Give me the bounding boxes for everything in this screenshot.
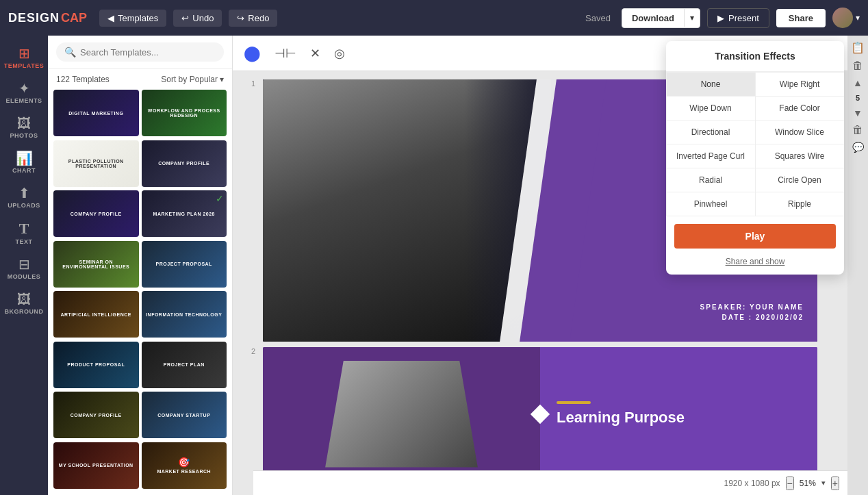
slide-2-wrapper: 2 Learning Purpose [263,347,817,481]
transition-play-button[interactable]: Play [674,224,836,249]
download-button[interactable]: Download ▾ [622,8,700,28]
transition-option-ripple[interactable]: Ripple [755,192,845,216]
transition-pinwheel-label: Pinwheel [694,199,728,209]
transition-option-window-slice[interactable]: Window Slice [755,120,845,144]
sidebar-item-elements[interactable]: ✦ ELEMENTS [3,76,44,110]
transition-option-inverted-page-curl[interactable]: Inverted Page Curl [666,144,756,168]
template-thumb-14[interactable]: Company Startup [142,392,227,438]
slide1-speaker-value: YOUR NAME [750,303,804,311]
logo-design-text: DESIGN [8,11,60,25]
template-thumb-5[interactable]: Company Profile [53,190,139,237]
slide1-speaker-label: SPEAKER: [700,303,747,311]
chat-icon[interactable]: 💬 [852,142,864,153]
sidebar-bkground-label: BKGROUND [5,308,44,315]
share-button[interactable]: Share [776,9,826,27]
template-label-6: Marketing Plan 2028 [153,212,215,216]
share-label: Share [789,13,813,23]
sidebar-item-modules[interactable]: ⊟ MODULES [3,252,44,285]
template-label-3: Plastic Pollution Presentation [56,159,136,168]
template-thumb-12[interactable]: Project Plan [142,342,227,388]
transition-option-circle-open[interactable]: Circle Open [755,168,845,192]
sort-label: Sort by Popular [161,75,218,84]
transition-play-label: Play [745,231,765,242]
templates-count: 122 Templates [56,75,110,84]
slide2-title: Learning Purpose [557,409,801,426]
transition-option-wipe-down[interactable]: Wipe Down [666,96,756,120]
download-chevron-icon[interactable]: ▾ [684,9,700,27]
template-thumb-1[interactable]: Digital Marketing [53,90,139,136]
template-label-15: My School Presentation [59,463,133,468]
template-thumb-15[interactable]: My School Presentation [53,442,139,489]
sidebar-item-chart[interactable]: 📊 CHART [3,146,44,179]
copy-page-icon[interactable]: 📋 [851,41,865,54]
present-button[interactable]: ▶ Present [707,8,769,28]
settings-icon[interactable]: ◎ [331,43,348,64]
transition-icon[interactable]: ⊣⊢ [272,43,299,64]
template-label-2: Workflow And Process Redesign [144,108,225,118]
delete-page-icon[interactable]: 🗑 [852,124,863,136]
template-thumb-10[interactable]: Information Technology [142,291,227,338]
transition-wipe-right-label: Wipe Right [780,79,820,89]
transition-option-pinwheel[interactable]: Pinwheel [666,192,756,216]
transition-option-radial[interactable]: Radial [666,168,756,192]
user-menu-chevron-icon: ▾ [856,13,860,23]
slide1-date-label: DATE : [722,314,753,321]
slide2-accent-bar [557,401,591,404]
transition-option-directional[interactable]: Directional [666,120,756,144]
template-label-10: Information Technology [146,312,222,317]
template-thumb-3[interactable]: Plastic Pollution Presentation [53,140,139,187]
transition-share-link[interactable]: Share and show [666,257,844,266]
template-thumb-7[interactable]: Seminar On Environmental Issues [53,241,139,288]
zoom-out-button[interactable]: − [786,477,794,490]
sidebar-item-templates[interactable]: ⊞ TEMPLATES [3,41,44,75]
template-thumb-6[interactable]: Marketing Plan 2028 ✓ [142,190,227,237]
sidebar-uploads-label: UPLOADS [8,202,40,209]
template-thumb-9[interactable]: Artificial Intelligence [53,291,139,338]
sidebar-item-uploads[interactable]: ⬆ UPLOADS [3,181,44,214]
delete-icon[interactable]: 🗑 [852,60,863,72]
template-thumb-16[interactable]: 🎯 Market Research [142,442,227,489]
zoom-chevron-icon: ▾ [821,479,826,487]
move-down-icon[interactable]: ▼ [853,107,863,118]
template-thumb-8[interactable]: Project Proposal [142,241,227,288]
bottom-bar: 1920 x 1080 px − 51% ▾ + [253,470,847,495]
template-thumb-4[interactable]: Company Profile [142,140,227,187]
template-thumb-13[interactable]: Company Profile [53,392,139,438]
undo-button[interactable]: ↩ Undo [173,10,222,27]
template-thumb-11[interactable]: Product Proposal [53,342,139,388]
redo-button[interactable]: ↪ Redo [229,10,277,27]
template-label-14: Company Startup [157,413,210,418]
transition-share-label: Share and show [726,257,785,266]
undo-icon: ↩ [181,13,189,23]
sidebar-item-text[interactable]: T TEXT [3,216,44,251]
color-circle-icon[interactable]: ⬤ [241,42,264,65]
sidebar-item-photos[interactable]: 🖼 PHOTOS [3,111,44,144]
search-input[interactable] [80,47,216,58]
user-avatar-button[interactable]: ▾ [832,8,860,28]
transition-panel: Transition Effects None Wipe Right Wipe … [666,41,844,275]
template-label-8: Project Proposal [156,262,212,266]
transition-option-wipe-right[interactable]: Wipe Right [755,72,845,97]
template-thumb-2[interactable]: Workflow And Process Redesign [142,90,227,136]
zoom-in-button[interactable]: + [831,477,839,490]
slide1-date-line: DATE : 2020/02/02 [700,314,804,321]
sidebar-text-label: TEXT [15,238,32,245]
sidebar-modules-label: MODULES [8,273,41,280]
animation-icon[interactable]: ✕ [307,43,323,64]
transition-option-fade-color[interactable]: Fade Color [755,96,845,120]
sidebar-item-bkground[interactable]: 🖼 BKGROUND [3,287,44,320]
transition-option-none[interactable]: None [666,72,756,97]
templates-back-button[interactable]: ◀ Templates [99,10,166,27]
transition-ripple-label: Ripple [788,199,811,209]
slide-number-2: 2 [246,347,260,355]
move-up-icon[interactable]: ▲ [853,77,863,88]
chart-icon: 📊 [16,151,33,165]
zoom-level: 51% [800,479,816,488]
slide-2[interactable]: Learning Purpose [263,347,817,481]
sort-button[interactable]: Sort by Popular ▾ [161,75,224,84]
slide-number-1: 1 [246,79,260,88]
transition-option-squares-wire[interactable]: Squares Wire [755,144,845,168]
uploads-icon: ⬆ [18,186,30,200]
slide2-right: Learning Purpose [540,347,817,481]
premium-badge-icon: ✓ [216,193,224,204]
